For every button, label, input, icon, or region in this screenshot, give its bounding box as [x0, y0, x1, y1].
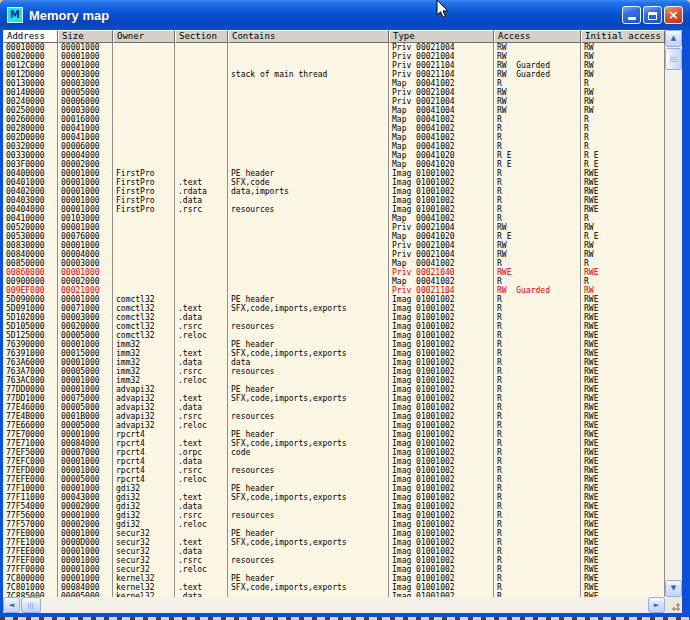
- table-row[interactable]: 77EFD00000001000rpcrt4.rsrcresourcesImag…: [3, 466, 665, 475]
- cell-access: R: [494, 322, 581, 331]
- table-row[interactable]: 009EF00000021000Priv 00021104RW GuardedR…: [3, 286, 665, 295]
- scroll-left-button[interactable]: ◄: [3, 597, 20, 613]
- table-row[interactable]: 0040200000001000FirstPro.rdatadata,impor…: [3, 187, 665, 196]
- minimize-button[interactable]: [622, 6, 641, 24]
- table-row[interactable]: 77E7100000084000rpcrt4.textSFX,code,impo…: [3, 439, 665, 448]
- cell-contains: data,imports: [228, 187, 389, 196]
- cell-access: R: [494, 331, 581, 340]
- table-row[interactable]: 0040100000001000FirstPro.textSFX,codeIma…: [3, 178, 665, 187]
- column-header-access[interactable]: Access: [494, 30, 581, 43]
- table-row[interactable]: 5D10200000003000comctl32.dataImag 010010…: [3, 313, 665, 322]
- table-row[interactable]: 0013000000003000Map 00041002RR: [3, 79, 665, 88]
- table-row[interactable]: 7639000000001000imm32PE headerImag 01001…: [3, 340, 665, 349]
- table-row[interactable]: 77E4B0000001B000advapi32.rsrcresourcesIm…: [3, 412, 665, 421]
- table-row[interactable]: 77FEE00000001000secur32.dataImag 0100100…: [3, 547, 665, 556]
- cell-size: 00003000: [58, 259, 113, 268]
- column-header-address[interactable]: Address: [3, 30, 58, 43]
- horizontal-scrollbar-thumb[interactable]: [21, 597, 41, 613]
- table-row[interactable]: 0086000000001000Priv 00021040RWERWE: [3, 268, 665, 277]
- column-header-owner[interactable]: Owner: [113, 30, 175, 43]
- column-header-initial-access[interactable]: Initial access: [581, 30, 665, 43]
- table-row[interactable]: 0090000000002000Map 00041002RR: [3, 277, 665, 286]
- cell-section: [175, 385, 228, 394]
- table-row[interactable]: 77E4600000005000advapi32.dataImag 010010…: [3, 403, 665, 412]
- cell-type: Priv 00021004: [389, 223, 494, 232]
- cell-address: 76391000: [3, 349, 58, 358]
- table-row[interactable]: 77EFE00000005000rpcrt4.relocImag 0100100…: [3, 475, 665, 484]
- table-row[interactable]: 0001000000001000Priv 00021004RWRW: [3, 43, 665, 52]
- scroll-down-button[interactable]: ▼: [665, 580, 682, 597]
- table-row[interactable]: 763A700000005000imm32.rsrcresourcesImag …: [3, 367, 665, 376]
- table-row[interactable]: 0040400000001000FirstPro.rsrcresourcesIm…: [3, 205, 665, 214]
- table-row[interactable]: 77FE000000001000secur32PE headerImag 010…: [3, 529, 665, 538]
- column-header-size[interactable]: Size: [58, 30, 113, 43]
- table-row[interactable]: 77FE10000000D000secur32.textSFX,code,imp…: [3, 538, 665, 547]
- table-row[interactable]: 0033000000004000Map 00041020R ER E: [3, 151, 665, 160]
- table-row[interactable]: 0040300000001000FirstPro.dataImag 010010…: [3, 196, 665, 205]
- table-row[interactable]: 77DD100000075000advapi32.textSFX,code,im…: [3, 394, 665, 403]
- table-row[interactable]: 0028000000041000Map 00041002RR: [3, 124, 665, 133]
- cell-contains: [228, 124, 389, 133]
- cell-owner: rpcrt4: [113, 475, 175, 484]
- title-bar[interactable]: M Memory map ×: [0, 0, 690, 30]
- table-row[interactable]: 0040000000001000FirstProPE headerImag 01…: [3, 169, 665, 178]
- table-row[interactable]: 77F1000000001000gdi32PE headerImag 01001…: [3, 484, 665, 493]
- table-row[interactable]: 0014000000005000Priv 00021004RWRW: [3, 88, 665, 97]
- table-row[interactable]: 0012C00000001000Priv 00021104RW GuardedR…: [3, 61, 665, 70]
- resize-grip[interactable]: [665, 597, 682, 613]
- table-row[interactable]: 5D12500000005000comctl32.relocImag 01001…: [3, 331, 665, 340]
- table-row[interactable]: 5D09000000001000comctl32PE headerImag 01…: [3, 295, 665, 304]
- table-row[interactable]: 0032000000006000Map 00041002RR: [3, 142, 665, 151]
- table-row[interactable]: 0025000000003000Map 00041004RWRW: [3, 106, 665, 115]
- table-row[interactable]: 0012D00000003000stack of main threadPriv…: [3, 70, 665, 79]
- cell-address: 77FE1000: [3, 538, 58, 547]
- cell-owner: rpcrt4: [113, 448, 175, 457]
- table-row[interactable]: 0041000000103000Map 00041002RR: [3, 214, 665, 223]
- table-row[interactable]: 0026000000016000Map 00041002RR: [3, 115, 665, 124]
- close-button[interactable]: ×: [664, 6, 683, 24]
- table-row[interactable]: 0053000000076000Map 00041020R ER E: [3, 232, 665, 241]
- table-row[interactable]: 0024000000006000Priv 00021004RWRW: [3, 97, 665, 106]
- table-row[interactable]: 77F5700000002000gdi32.relocImag 01001002…: [3, 520, 665, 529]
- table-row[interactable]: 77EF500000007000rpcrt4.orpccodeImag 0100…: [3, 448, 665, 457]
- table-row[interactable]: 7C80000000001000kernel32PE headerImag 01…: [3, 574, 665, 583]
- table-row[interactable]: 77EFC00000001000rpcrt4.dataImag 01001002…: [3, 457, 665, 466]
- cell-section: [175, 124, 228, 133]
- table-row[interactable]: 77DD000000001000advapi32PE headerImag 01…: [3, 385, 665, 394]
- app-icon[interactable]: M: [7, 7, 23, 23]
- table-row[interactable]: 77F1100000043000gdi32.textSFX,code,impor…: [3, 493, 665, 502]
- table-row[interactable]: 002D000000041000Map 00041002RR: [3, 133, 665, 142]
- table-row[interactable]: 0002000000001000Priv 00021004RWRW: [3, 52, 665, 61]
- cell-access: R: [494, 385, 581, 394]
- column-header-type[interactable]: Type: [389, 30, 494, 43]
- table-row[interactable]: 77E7000000001000rpcrt4PE headerImag 0100…: [3, 430, 665, 439]
- maximize-button[interactable]: [643, 6, 662, 24]
- table-row[interactable]: 77FF000000001000secur32.relocImag 010010…: [3, 565, 665, 574]
- table-row[interactable]: 7639100000015000imm32.textSFX,code,impor…: [3, 349, 665, 358]
- vertical-scrollbar[interactable]: ▲ ▼: [665, 30, 682, 597]
- cell-initial_access: RWE: [581, 466, 665, 475]
- column-header-contains[interactable]: Contains: [228, 30, 389, 43]
- table-row[interactable]: 77E6600000005000advapi32.relocImag 01001…: [3, 421, 665, 430]
- table-row[interactable]: 77F5400000002000gdi32.dataImag 01001002R…: [3, 502, 665, 511]
- table-row[interactable]: 0083000000001000Priv 00021004RWRW: [3, 241, 665, 250]
- scroll-right-button[interactable]: ►: [648, 597, 665, 613]
- table-row[interactable]: 763A600000001000imm32.datadataImag 01001…: [3, 358, 665, 367]
- table-row[interactable]: 003F000000002000Map 00041020R ER E: [3, 160, 665, 169]
- table-row[interactable]: 0084000000004000Priv 00021004RWRW: [3, 250, 665, 259]
- vertical-scrollbar-thumb[interactable]: [665, 48, 682, 70]
- table-row[interactable]: 5D10500000020000comctl32.rsrcresourcesIm…: [3, 322, 665, 331]
- cell-type: Map 00041002: [389, 259, 494, 268]
- table-row[interactable]: 7C80100000084000kernel32.textSFX,code,im…: [3, 583, 665, 592]
- column-header-section[interactable]: Section: [175, 30, 228, 43]
- table-row[interactable]: 0085000000003000Map 00041002RR: [3, 259, 665, 268]
- cell-type: Map 00041020: [389, 160, 494, 169]
- table-row[interactable]: 0052000000001000Priv 00021004RWRW: [3, 223, 665, 232]
- cell-address: 003F0000: [3, 160, 58, 169]
- table-row[interactable]: 77F5600000001000gdi32.rsrcresourcesImag …: [3, 511, 665, 520]
- scroll-up-button[interactable]: ▲: [665, 30, 682, 47]
- horizontal-scrollbar[interactable]: ◄ ►: [3, 597, 665, 613]
- table-row[interactable]: 763AC00000001000imm32.relocImag 01001002…: [3, 376, 665, 385]
- table-row[interactable]: 5D09100000071000comctl32.textSFX,code,im…: [3, 304, 665, 313]
- table-row[interactable]: 77FEF00000001000secur32.rsrcresourcesIma…: [3, 556, 665, 565]
